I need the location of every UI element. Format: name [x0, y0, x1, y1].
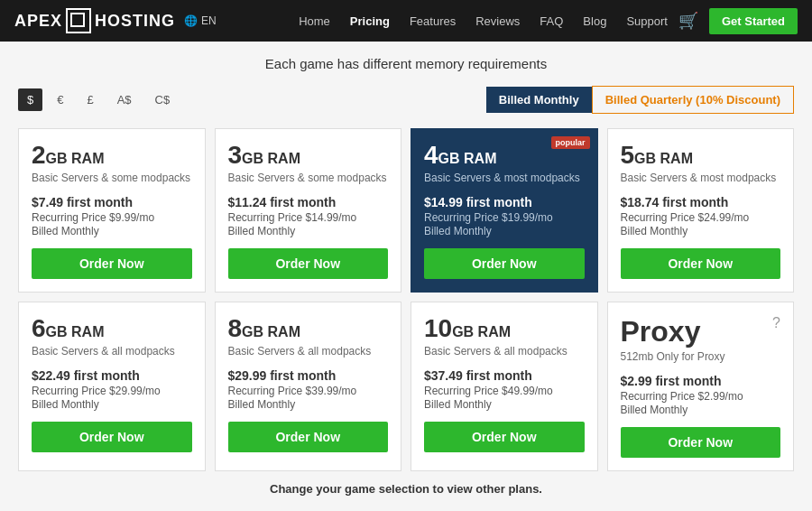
plan-first-price-3gb: $11.24 first month	[228, 195, 389, 209]
billing-quarterly-button[interactable]: Billed Quarterly (10% Discount)	[592, 86, 794, 114]
nav-faq[interactable]: FAQ	[540, 14, 563, 28]
order-button-5gb[interactable]: Order Now	[621, 248, 781, 279]
currency-gbp[interactable]: £	[78, 88, 102, 111]
order-button-6gb[interactable]: Order Now	[32, 422, 192, 452]
get-started-button[interactable]: Get Started	[709, 8, 798, 34]
plan-first-price-2gb: $7.49 first month	[32, 195, 192, 209]
plan-recurring-5gb: Recurring Price $24.99/mo	[621, 211, 781, 224]
plan-recurring-8gb: Recurring Price $39.99/mo	[228, 385, 389, 397]
plan-recurring-3gb: Recurring Price $14.99/mo	[228, 211, 389, 224]
plan-subtitle-5gb: Basic Servers & most modpacks	[621, 172, 781, 184]
nav-pricing[interactable]: Pricing	[350, 14, 390, 28]
plan-first-price-10gb: $37.49 first month	[424, 368, 585, 383]
language-label: EN	[201, 14, 217, 27]
language-selector[interactable]: 🌐 EN	[184, 14, 217, 27]
order-button-10gb[interactable]: Order Now	[424, 422, 585, 452]
plan-size-3gb: 3GB RAM	[228, 142, 389, 170]
footer-note: Change your game selection to view other…	[18, 482, 794, 496]
order-button-4gb[interactable]: Order Now	[424, 248, 585, 279]
plan-recurring-2gb: Recurring Price $9.99/mo	[32, 211, 192, 224]
plan-first-price-4gb: $14.99 first month	[424, 195, 585, 209]
plans-grid-row1: 2GB RAM Basic Servers & some modpacks $7…	[18, 128, 794, 293]
navbar: APEX HOSTING 🌐 EN Home Pricing Features …	[0, 0, 812, 42]
popular-badge: popular	[551, 136, 590, 149]
nav-home[interactable]: Home	[299, 14, 330, 28]
plan-first-price-6gb: $22.49 first month	[32, 368, 192, 383]
nav-links: Home Pricing Features Reviews FAQ Blog S…	[299, 14, 668, 28]
order-button-2gb[interactable]: Order Now	[32, 248, 192, 279]
plan-subtitle-6gb: Basic Servers & all modpacks	[32, 345, 192, 358]
globe-icon: 🌐	[184, 14, 198, 27]
plan-subtitle-proxy: 512mb Only for Proxy	[621, 350, 781, 363]
plan-recurring-6gb: Recurring Price $29.99/mo	[32, 385, 192, 397]
controls-row: $ € £ A$ C$ Billed Monthly Billed Quarte…	[18, 86, 794, 114]
plan-card-8gb: 8GB RAM Basic Servers & all modpacks $29…	[215, 302, 402, 471]
main-content: Each game has different memory requireme…	[0, 42, 812, 511]
plan-size-5gb: 5GB RAM	[621, 142, 781, 170]
plan-first-price-proxy: $2.99 first month	[621, 374, 781, 388]
nav-features[interactable]: Features	[410, 14, 456, 28]
plan-billing-4gb: Billed Monthly	[424, 225, 585, 237]
plan-recurring-4gb: Recurring Price $19.99/mo	[424, 211, 585, 224]
billing-monthly-button[interactable]: Billed Monthly	[486, 87, 592, 113]
plan-subtitle-2gb: Basic Servers & some modpacks	[32, 172, 192, 184]
plan-card-3gb: 3GB RAM Basic Servers & some modpacks $1…	[215, 128, 402, 293]
nav-reviews[interactable]: Reviews	[475, 14, 520, 28]
plan-billing-2gb: Billed Monthly	[32, 225, 192, 237]
brand-hosting: HOSTING	[95, 12, 175, 31]
cube-icon	[66, 8, 91, 33]
plan-size-6gb: 6GB RAM	[32, 315, 192, 343]
plan-billing-10gb: Billed Monthly	[424, 398, 585, 411]
currency-aud[interactable]: A$	[108, 88, 141, 111]
currency-selector: $ € £ A$ C$	[18, 88, 179, 111]
plan-size-10gb: 10GB RAM	[424, 315, 585, 343]
page-subtitle: Each game has different memory requireme…	[18, 56, 794, 71]
plans-grid-row2: 6GB RAM Basic Servers & all modpacks $22…	[18, 302, 794, 471]
plan-subtitle-4gb: Basic Servers & most modpacks	[424, 172, 585, 184]
plan-billing-3gb: Billed Monthly	[228, 225, 389, 237]
cart-icon[interactable]: 🛒	[678, 11, 698, 31]
plan-billing-6gb: Billed Monthly	[32, 398, 192, 411]
plan-billing-5gb: Billed Monthly	[621, 225, 781, 237]
plan-size-proxy: Proxy	[621, 315, 781, 348]
plan-card-2gb: 2GB RAM Basic Servers & some modpacks $7…	[18, 128, 206, 293]
plan-size-8gb: 8GB RAM	[228, 315, 389, 343]
nav-blog[interactable]: Blog	[583, 14, 606, 28]
plan-card-proxy: ? Proxy 512mb Only for Proxy $2.99 first…	[607, 302, 795, 471]
plan-subtitle-8gb: Basic Servers & all modpacks	[228, 345, 389, 358]
plan-subtitle-3gb: Basic Servers & some modpacks	[228, 172, 389, 184]
brand-logo: APEX HOSTING	[14, 8, 175, 33]
plan-subtitle-10gb: Basic Servers & all modpacks	[424, 345, 585, 358]
plan-first-price-8gb: $29.99 first month	[228, 368, 389, 383]
plan-first-price-5gb: $18.74 first month	[621, 195, 781, 209]
plan-card-6gb: 6GB RAM Basic Servers & all modpacks $22…	[18, 302, 206, 471]
order-button-proxy[interactable]: Order Now	[621, 427, 781, 458]
plan-size-2gb: 2GB RAM	[32, 142, 192, 170]
proxy-help-icon[interactable]: ?	[772, 315, 780, 331]
plan-card-5gb: 5GB RAM Basic Servers & most modpacks $1…	[607, 128, 795, 293]
currency-usd[interactable]: $	[18, 88, 42, 111]
order-button-8gb[interactable]: Order Now	[228, 422, 389, 452]
order-button-3gb[interactable]: Order Now	[228, 248, 389, 279]
billing-toggle: Billed Monthly Billed Quarterly (10% Dis…	[486, 86, 794, 114]
plan-billing-proxy: Billed Monthly	[621, 404, 781, 416]
plan-card-4gb: popular 4GB RAM Basic Servers & most mod…	[411, 128, 598, 293]
currency-eur[interactable]: €	[48, 88, 72, 111]
plan-recurring-10gb: Recurring Price $49.99/mo	[424, 385, 585, 397]
currency-cad[interactable]: C$	[146, 88, 180, 111]
plan-recurring-proxy: Recurring Price $2.99/mo	[621, 390, 781, 403]
plan-billing-8gb: Billed Monthly	[228, 398, 389, 411]
nav-support[interactable]: Support	[626, 14, 668, 28]
brand-apex: APEX	[14, 12, 62, 31]
plan-card-10gb: 10GB RAM Basic Servers & all modpacks $3…	[411, 302, 598, 471]
